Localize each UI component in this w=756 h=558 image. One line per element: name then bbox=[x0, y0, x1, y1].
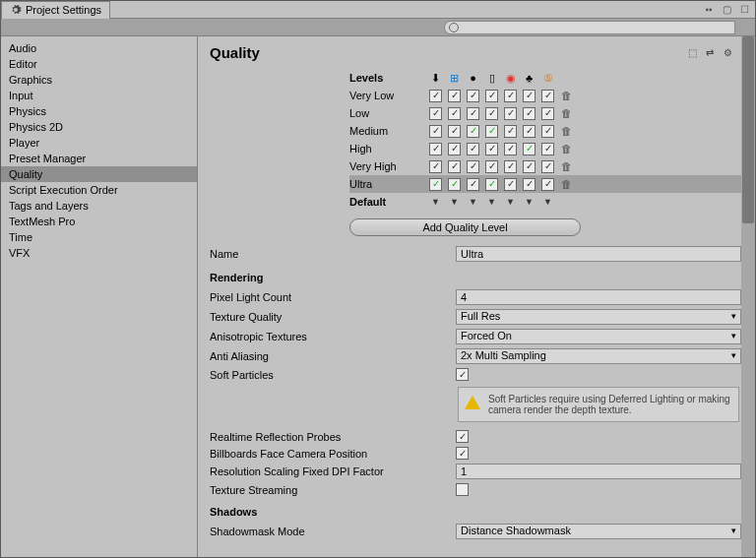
level-checkbox[interactable]: ✓ bbox=[485, 143, 498, 155]
sidebar-item-player[interactable]: Player bbox=[1, 135, 197, 151]
sidebar-item-textmesh-pro[interactable]: TextMesh Pro bbox=[1, 214, 197, 229]
sidebar-item-quality[interactable]: Quality bbox=[1, 166, 197, 182]
level-checkbox[interactable]: ✓ bbox=[541, 160, 554, 173]
level-checkbox[interactable]: ✓ bbox=[485, 178, 498, 191]
level-row-low[interactable]: Low✓✓✓✓✓✓✓🗑 bbox=[349, 104, 745, 122]
scrollbar[interactable] bbox=[741, 36, 755, 557]
level-checkbox[interactable]: ✓ bbox=[429, 107, 442, 120]
sidebar-item-physics-2d[interactable]: Physics 2D bbox=[1, 119, 197, 135]
level-checkbox[interactable]: ✓ bbox=[429, 160, 442, 173]
level-row-very-high[interactable]: Very High✓✓✓✓✓✓✓🗑 bbox=[349, 157, 745, 175]
level-checkbox[interactable]: ✓ bbox=[523, 160, 536, 173]
level-checkbox[interactable]: ✓ bbox=[523, 143, 536, 155]
default-dropdown[interactable]: ▼ bbox=[540, 195, 555, 210]
level-checkbox[interactable]: ✓ bbox=[504, 178, 517, 191]
help-icon[interactable]: ⬚ bbox=[684, 46, 700, 60]
sidebar-item-vfx[interactable]: VFX bbox=[1, 245, 197, 261]
level-checkbox[interactable]: ✓ bbox=[467, 90, 479, 102]
add-quality-button[interactable]: Add Quality Level bbox=[349, 218, 581, 236]
level-checkbox[interactable]: ✓ bbox=[541, 107, 554, 120]
webgl-icon: ⑤ bbox=[541, 71, 555, 85]
sidebar-item-audio[interactable]: Audio bbox=[1, 40, 197, 56]
rsf-input[interactable] bbox=[456, 464, 741, 479]
search-input[interactable] bbox=[444, 21, 735, 34]
trash-icon[interactable]: 🗑 bbox=[561, 125, 572, 137]
level-checkbox[interactable]: ✓ bbox=[448, 160, 461, 173]
preset-icon[interactable]: ⇄ bbox=[702, 46, 718, 60]
level-checkbox[interactable]: ✓ bbox=[541, 90, 554, 102]
level-checkbox[interactable]: ✓ bbox=[485, 107, 498, 120]
name-input[interactable] bbox=[456, 246, 741, 262]
minimize-icon[interactable]: ▢ bbox=[720, 4, 733, 16]
sidebar-item-tags-and-layers[interactable]: Tags and Layers bbox=[1, 198, 197, 214]
level-checkbox[interactable]: ✓ bbox=[523, 90, 536, 102]
settings-icon[interactable]: ⚙ bbox=[720, 46, 735, 60]
default-dropdown[interactable]: ▼ bbox=[466, 195, 480, 210]
level-checkbox[interactable]: ✓ bbox=[541, 125, 554, 138]
at-select[interactable]: Forced On bbox=[456, 329, 741, 344]
level-checkbox[interactable]: ✓ bbox=[485, 90, 498, 102]
default-dropdown[interactable]: ▼ bbox=[484, 195, 499, 210]
level-checkbox[interactable]: ✓ bbox=[504, 143, 517, 155]
trash-icon[interactable]: 🗑 bbox=[561, 160, 572, 172]
level-checkbox[interactable]: ✓ bbox=[523, 107, 536, 120]
sm-select[interactable]: Distance Shadowmask bbox=[456, 524, 741, 539]
level-checkbox[interactable]: ✓ bbox=[429, 90, 442, 102]
level-checkbox[interactable]: ✓ bbox=[467, 143, 479, 155]
sidebar-item-editor[interactable]: Editor bbox=[1, 56, 197, 72]
maximize-icon[interactable]: ☐ bbox=[737, 4, 751, 16]
level-checkbox[interactable]: ✓ bbox=[504, 160, 517, 173]
level-checkbox[interactable]: ✓ bbox=[429, 125, 442, 138]
level-checkbox[interactable]: ✓ bbox=[485, 160, 498, 173]
level-checkbox[interactable]: ✓ bbox=[485, 125, 498, 138]
window-tab[interactable]: Project Settings bbox=[1, 1, 110, 19]
level-checkbox[interactable]: ✓ bbox=[467, 107, 479, 120]
scrollbar-thumb[interactable] bbox=[742, 36, 754, 223]
level-checkbox[interactable]: ✓ bbox=[504, 125, 517, 138]
level-checkbox[interactable]: ✓ bbox=[429, 178, 442, 191]
level-checkbox[interactable]: ✓ bbox=[448, 178, 461, 191]
dock-icon[interactable]: ▪▪ bbox=[702, 4, 716, 16]
trash-icon[interactable]: 🗑 bbox=[561, 90, 572, 101]
level-checkbox[interactable]: ✓ bbox=[448, 90, 461, 102]
sidebar-item-physics[interactable]: Physics bbox=[1, 103, 197, 119]
level-row-high[interactable]: High✓✓✓✓✓✓✓🗑 bbox=[349, 140, 745, 157]
level-checkbox[interactable]: ✓ bbox=[448, 107, 461, 120]
level-row-ultra[interactable]: Ultra✓✓✓✓✓✓✓🗑 bbox=[349, 175, 745, 193]
level-checkbox[interactable]: ✓ bbox=[523, 125, 536, 138]
sidebar-item-graphics[interactable]: Graphics bbox=[1, 72, 197, 88]
level-checkbox[interactable]: ✓ bbox=[541, 143, 554, 155]
rrp-checkbox[interactable]: ✓ bbox=[456, 430, 469, 443]
level-checkbox[interactable]: ✓ bbox=[504, 90, 517, 102]
default-dropdown[interactable]: ▼ bbox=[447, 195, 462, 210]
level-checkbox[interactable]: ✓ bbox=[467, 160, 479, 173]
level-checkbox[interactable]: ✓ bbox=[504, 107, 517, 120]
level-checkbox[interactable]: ✓ bbox=[523, 178, 536, 191]
bfc-checkbox[interactable]: ✓ bbox=[456, 447, 469, 460]
level-row-very-low[interactable]: Very Low✓✓✓✓✓✓✓🗑 bbox=[349, 87, 745, 104]
default-dropdown[interactable]: ▼ bbox=[428, 195, 443, 210]
plc-input[interactable] bbox=[456, 289, 741, 305]
default-dropdown[interactable]: ▼ bbox=[503, 195, 518, 210]
ts-checkbox[interactable] bbox=[456, 483, 469, 496]
sidebar-item-input[interactable]: Input bbox=[1, 88, 197, 103]
level-checkbox[interactable]: ✓ bbox=[429, 143, 442, 155]
level-checkbox[interactable]: ✓ bbox=[467, 178, 479, 191]
sidebar-item-script-execution-order[interactable]: Script Execution Order bbox=[1, 182, 197, 198]
default-dropdown[interactable]: ▼ bbox=[522, 195, 536, 210]
level-checkbox[interactable]: ✓ bbox=[448, 125, 461, 138]
shadows-header: Shadows bbox=[210, 500, 456, 520]
level-checkbox[interactable]: ✓ bbox=[448, 143, 461, 155]
android-icon: ♣ bbox=[523, 71, 536, 85]
level-checkbox[interactable]: ✓ bbox=[467, 125, 479, 138]
level-row-medium[interactable]: Medium✓✓✓✓✓✓✓🗑 bbox=[349, 122, 745, 140]
trash-icon[interactable]: 🗑 bbox=[561, 107, 572, 119]
level-checkbox[interactable]: ✓ bbox=[541, 178, 554, 191]
sp-checkbox[interactable]: ✓ bbox=[456, 368, 469, 381]
sidebar-item-time[interactable]: Time bbox=[1, 229, 197, 245]
tq-select[interactable]: Full Res bbox=[456, 309, 741, 325]
sidebar-item-preset-manager[interactable]: Preset Manager bbox=[1, 151, 197, 166]
aa-select[interactable]: 2x Multi Sampling bbox=[456, 348, 741, 364]
trash-icon[interactable]: 🗑 bbox=[561, 178, 572, 190]
trash-icon[interactable]: 🗑 bbox=[561, 143, 572, 155]
